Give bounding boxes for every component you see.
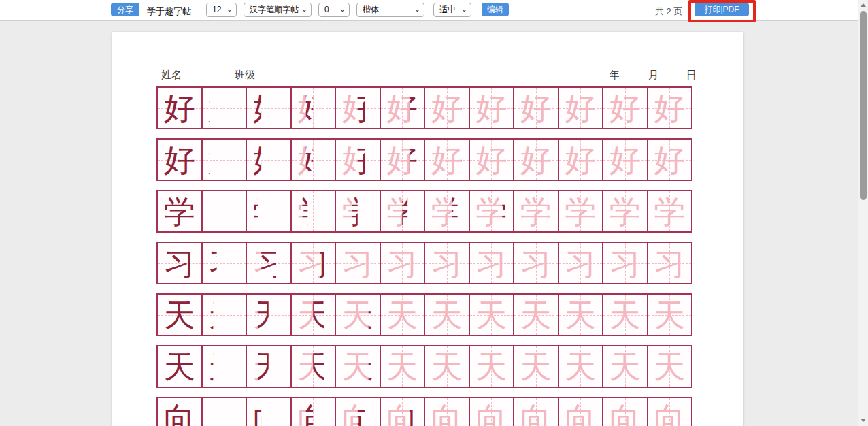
trace-cell: 习 xyxy=(558,243,603,283)
stroke-step-cell: 向向 xyxy=(380,398,424,426)
hanzi-glyph: 好 xyxy=(203,88,246,128)
edit-button[interactable]: 编辑 xyxy=(482,3,509,16)
hanzi-glyph: 天 xyxy=(247,295,290,335)
trace-cell: 天 xyxy=(380,346,424,387)
trace-cell: 天 xyxy=(513,346,558,387)
trace-cell: 天 xyxy=(558,346,603,387)
hanzi-glyph: 学 xyxy=(514,191,558,231)
practice-row: 天天天天天天天天天天天天天天天 xyxy=(156,345,692,388)
hanzi-glyph: 向 xyxy=(648,398,692,426)
hanzi-glyph: 好 xyxy=(203,140,246,180)
trace-cell: 向 xyxy=(469,398,514,426)
trace-cell: 天 xyxy=(469,346,514,387)
trace-cell: 学 xyxy=(558,191,603,231)
stroke-step-cell: 好好 xyxy=(246,140,290,180)
chevron-down-icon xyxy=(461,3,467,15)
stroke-step-cell: 学学 xyxy=(380,191,424,231)
hanzi-glyph: 习 xyxy=(203,243,246,283)
hanzi-glyph: 天 xyxy=(425,346,469,387)
trace-cell: 天 xyxy=(602,295,647,335)
trace-cell: 好 xyxy=(469,140,514,180)
scroll-down-icon[interactable] xyxy=(861,419,866,422)
stroke-step-cell: 习习 xyxy=(290,243,335,283)
hanzi-glyph: 好 xyxy=(247,140,290,180)
hanzi-glyph: 好 xyxy=(381,88,424,128)
practice-row: 好好好好好好好好好好好好好好好好好 xyxy=(156,86,692,129)
name-label: 姓名 xyxy=(161,69,182,82)
stroke-offset-select[interactable]: 0 xyxy=(318,3,350,17)
hanzi-glyph: 好 xyxy=(648,140,692,180)
stroke-model-cell: 天 xyxy=(158,346,201,387)
hanzi-glyph: 天 xyxy=(648,346,692,387)
density-value: 适中 xyxy=(439,5,456,14)
hanzi-glyph: 学 xyxy=(158,191,201,231)
scrollbar-thumb[interactable] xyxy=(860,11,867,200)
chevron-down-icon xyxy=(414,3,420,15)
stroke-model-cell: 好 xyxy=(158,140,201,180)
stroke-step-cell: 天天 xyxy=(335,346,380,387)
practice-row: 学学学学学学学学学学学学学学学学学学学 xyxy=(156,190,692,233)
hanzi-glyph: 好 xyxy=(559,88,603,128)
hanzi-glyph: 向 xyxy=(381,398,424,426)
trace-cell: 好 xyxy=(602,140,647,180)
trace-cell: 好 xyxy=(602,88,647,128)
trace-cell: 习 xyxy=(513,243,558,283)
hanzi-glyph: 天 xyxy=(559,295,603,335)
hanzi-glyph: 向 xyxy=(470,398,514,426)
hanzi-glyph: 天 xyxy=(470,346,514,387)
stroke-step-cell: 天 xyxy=(201,346,246,387)
trace-cell: 学 xyxy=(647,191,692,231)
hanzi-glyph: 天 xyxy=(247,346,290,387)
hanzi-glyph: 学 xyxy=(559,191,603,231)
hanzi-glyph: 好 xyxy=(158,88,201,128)
hanzi-glyph: 天 xyxy=(158,295,201,335)
trace-cell: 习 xyxy=(647,243,692,283)
font-size-select[interactable]: 12 xyxy=(206,3,237,17)
trace-cell: 习 xyxy=(424,243,469,283)
trace-cell: 学 xyxy=(602,191,647,231)
hanzi-glyph: 天 xyxy=(514,346,558,387)
print-pdf-button[interactable]: 打印|PDF xyxy=(695,3,749,16)
trace-cell: 天 xyxy=(602,346,647,387)
hanzi-glyph: 向 xyxy=(247,398,290,426)
share-button[interactable]: 分享 xyxy=(111,3,139,16)
hanzi-glyph: 好 xyxy=(514,88,558,128)
scroll-up-icon[interactable] xyxy=(861,3,866,7)
stroke-step-cell: 好好 xyxy=(246,88,290,128)
hanzi-glyph: 向 xyxy=(158,398,201,426)
hanzi-glyph: 好 xyxy=(247,88,290,128)
stroke-step-cell: 天天 xyxy=(335,295,380,335)
hanzi-glyph: 学 xyxy=(603,191,647,231)
hanzi-glyph: 学 xyxy=(203,191,246,231)
stroke-step-cell: 学学 xyxy=(424,191,469,231)
hanzi-glyph: 习 xyxy=(648,243,692,283)
hanzi-glyph: 天 xyxy=(425,295,469,335)
scrollbar[interactable] xyxy=(858,0,868,426)
worksheet-header: 姓名 班级 年 月 日 xyxy=(112,69,743,82)
font-select[interactable]: 楷体 xyxy=(356,3,424,17)
stroke-step-cell: 向向 xyxy=(246,398,290,426)
stroke-step-cell: 好好 xyxy=(380,140,424,180)
practice-row: 向向向向向向向向向向向向向向向向向 xyxy=(156,397,692,426)
font-value: 楷体 xyxy=(363,5,379,14)
hanzi-glyph: 好 xyxy=(470,88,514,128)
hanzi-glyph: 好 xyxy=(292,88,335,128)
hanzi-glyph: 学 xyxy=(336,191,380,231)
trace-cell: 好 xyxy=(513,140,558,180)
hanzi-glyph: 向 xyxy=(203,398,246,426)
worksheet-page: 姓名 班级 年 月 日 好好好好好好好好好好好好好好好好好好好好好好好好好好好好… xyxy=(112,32,743,426)
density-select[interactable]: 适中 xyxy=(433,3,471,17)
trace-cell: 好 xyxy=(647,88,692,128)
toolbar: 分享 学于趣字帖 12 汉字笔顺字帖 0 楷体 适中 编辑 共 2 页 打印|P… xyxy=(0,0,858,21)
sheet-type-select[interactable]: 汉字笔顺字帖 xyxy=(244,3,312,17)
stroke-model-cell: 学 xyxy=(158,191,201,231)
hanzi-glyph: 好 xyxy=(603,88,647,128)
hanzi-glyph: 天 xyxy=(203,346,246,387)
hanzi-glyph: 习 xyxy=(514,243,558,283)
trace-cell: 向 xyxy=(558,398,603,426)
stroke-step-cell: 好好 xyxy=(424,88,469,128)
hanzi-glyph: 天 xyxy=(559,346,603,387)
trace-cell: 习 xyxy=(469,243,514,283)
chevron-down-icon xyxy=(227,3,233,15)
chevron-down-icon xyxy=(301,3,307,15)
